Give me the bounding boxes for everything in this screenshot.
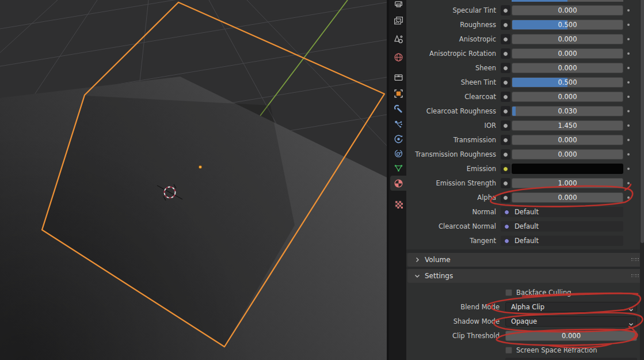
property-label: Normal: [406, 207, 496, 217]
view-layer-icon: [394, 16, 403, 26]
decorator-dot[interactable]: [627, 196, 630, 199]
gray-socket-icon: [503, 51, 508, 56]
property-label: Clearcoat: [406, 92, 496, 102]
chevron-right-icon: [414, 257, 420, 263]
tangent-input-field[interactable]: Default: [501, 236, 623, 246]
field-value: Default: [515, 236, 539, 246]
texture-icon: [394, 199, 403, 209]
tab-object-data-properties[interactable]: [391, 160, 406, 175]
tab-scene-properties[interactable]: [391, 32, 406, 47]
volume-panel-title: Volume: [425, 256, 451, 264]
drag-handle-icon[interactable]: [631, 274, 639, 278]
decorator-dot[interactable]: [627, 24, 630, 26]
clip-threshold-field[interactable]: 0.000: [505, 331, 637, 341]
socket-button[interactable]: [501, 120, 510, 131]
transmission-slider[interactable]: 0.000: [512, 135, 623, 145]
material-icon: [394, 179, 403, 188]
decorator-dot[interactable]: [627, 124, 630, 127]
transmission-roughness-slider[interactable]: 0.000: [512, 149, 623, 160]
clearcoat-slider[interactable]: 0.000: [512, 92, 623, 102]
ior-slider[interactable]: 1.450: [512, 120, 623, 131]
tab-object-properties[interactable]: [391, 86, 406, 101]
vector-socket-icon[interactable]: [504, 210, 509, 215]
shadow-mode-dropdown[interactable]: Opaque: [505, 316, 637, 327]
decorator-dot[interactable]: [627, 168, 630, 170]
socket-button[interactable]: [501, 48, 510, 59]
vector-socket-icon[interactable]: [504, 238, 509, 244]
sheen-tint-slider[interactable]: 0.500: [512, 77, 623, 88]
clearcoat-normal-input-field[interactable]: Default: [501, 221, 623, 232]
volume-panel-header[interactable]: Volume: [407, 253, 643, 267]
decorator-dot[interactable]: [627, 110, 630, 112]
gray-socket-icon: [503, 8, 508, 13]
roughness-slider[interactable]: 0.500: [512, 20, 623, 30]
decorator-dot[interactable]: [627, 9, 630, 12]
emission-color-swatch[interactable]: [512, 164, 623, 174]
alpha-slider[interactable]: 0.000: [512, 192, 623, 203]
socket-button[interactable]: [501, 149, 510, 160]
socket-button[interactable]: [501, 63, 510, 73]
sheen-slider[interactable]: 0.000: [512, 63, 623, 73]
tab-material-properties[interactable]: [390, 176, 406, 191]
socket-button[interactable]: [501, 77, 510, 88]
decorator-dot[interactable]: [627, 52, 630, 55]
decorator-dot[interactable]: [627, 153, 630, 156]
field-value: 0.500: [512, 78, 623, 87]
property-label: Emission: [406, 164, 496, 174]
socket-button[interactable]: [501, 164, 510, 174]
blend-mode-dropdown[interactable]: Alpha Clip: [505, 302, 637, 312]
chevron-down-icon: [628, 305, 634, 314]
field-value: 0.000: [512, 193, 623, 202]
decorator-dot[interactable]: [627, 81, 630, 84]
decorator-dot[interactable]: [627, 139, 630, 141]
property-label: Clearcoat Roughness: [406, 106, 496, 116]
property-label: Roughness: [406, 20, 496, 30]
decorator-dot[interactable]: [627, 38, 630, 40]
vector-socket-icon[interactable]: [504, 224, 509, 229]
decorator-dot[interactable]: [627, 182, 630, 184]
tab-world-properties[interactable]: [391, 50, 406, 65]
clip-threshold-label: Clip Threshold: [406, 331, 500, 341]
drag-handle-icon[interactable]: [631, 258, 639, 262]
partial-bottom-field[interactable]: [505, 358, 637, 360]
emission-strength-slider[interactable]: 1.000: [512, 178, 623, 188]
panel-scrollbar-thumb[interactable]: [641, 0, 644, 243]
decorator-dot[interactable]: [627, 67, 630, 69]
socket-button[interactable]: [501, 92, 510, 102]
modifiers-icon: [394, 104, 403, 114]
world-icon: [394, 52, 403, 62]
tab-view-layer-properties[interactable]: [391, 13, 406, 28]
screen-space-refraction-checkbox[interactable]: [505, 347, 512, 354]
clearcoat-roughness-slider[interactable]: 0.030: [512, 106, 623, 116]
socket-button[interactable]: [501, 135, 510, 145]
decorator-dot[interactable]: [627, 96, 630, 98]
socket-button[interactable]: [501, 192, 510, 203]
settings-panel-header[interactable]: Settings: [407, 269, 643, 283]
tab-constraints-properties[interactable]: [391, 146, 406, 161]
backface-culling-checkbox[interactable]: [505, 289, 512, 296]
tab-collection-properties[interactable]: [391, 69, 406, 84]
specular-tint-slider[interactable]: 0.000: [512, 5, 623, 16]
tab-texture-properties[interactable]: [391, 196, 406, 211]
object-origin-dot[interactable]: [199, 165, 202, 169]
normal-input-field[interactable]: Default: [501, 207, 623, 217]
tab-physics-properties[interactable]: [391, 131, 406, 146]
socket-button[interactable]: [501, 20, 510, 30]
socket-button[interactable]: [501, 178, 510, 188]
field-value: 0.000: [512, 6, 623, 15]
viewport-3d[interactable]: [0, 0, 389, 360]
gray-socket-icon: [503, 181, 508, 186]
partial-top-slider[interactable]: [512, 0, 623, 2]
socket-button[interactable]: [501, 106, 510, 116]
blend-mode-value: Alpha Clip: [511, 303, 544, 311]
socket-button[interactable]: [501, 5, 510, 16]
socket-button[interactable]: [501, 34, 510, 44]
field-value: 1.450: [512, 121, 623, 130]
property-label: Transmission Roughness: [406, 149, 496, 160]
tab-particles-properties[interactable]: [391, 116, 406, 131]
anisotropic-rotation-slider[interactable]: 0.000: [512, 48, 623, 59]
tab-modifiers-properties[interactable]: [391, 101, 406, 116]
anisotropic-slider[interactable]: 0.000: [512, 34, 623, 44]
tab-output-properties[interactable]: [391, 0, 406, 11]
field-value: 0.000: [512, 92, 623, 101]
